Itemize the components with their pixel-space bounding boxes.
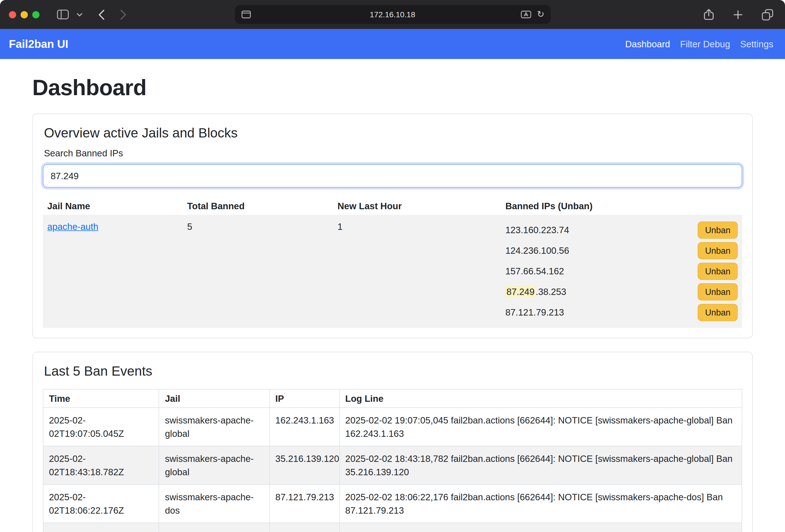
unban-button[interactable]: Unban (698, 242, 738, 259)
banned-ip: 157.66.54.162 (505, 266, 564, 277)
minimize-window-button[interactable] (21, 11, 28, 18)
banned-ip: 123.160.223.74 (505, 225, 569, 235)
ban-event-row: 2025-02-02T18:43:18.782Z swissmakers-apa… (43, 446, 742, 484)
unban-button[interactable]: Unban (698, 283, 738, 301)
new-last-hour-value: 1 (333, 215, 501, 328)
col-banned-ips: Banned IPs (Unban) (501, 198, 742, 215)
ban-events-table: Time Jail IP Log Line 2025-02-02T19:07:0… (43, 389, 742, 532)
event-ip: 162.243.1.163 (270, 408, 339, 446)
tabs-icon (762, 9, 773, 20)
nav-links: Dashboard Filter Debug Settings (620, 39, 776, 49)
event-jail: swissmakers-apache-global (159, 446, 270, 484)
event-ip: 35.216.139.120 (270, 446, 339, 484)
forward-button[interactable] (118, 7, 130, 22)
event-jail: apache-auth (159, 523, 270, 532)
share-button[interactable] (701, 6, 717, 23)
banned-ip-item: 124.236.100.56 Unban (505, 242, 738, 259)
banned-ip-rest: .38.253 (536, 286, 566, 297)
banned-ip-list: 123.160.223.74 Unban 124.236.100.56 Unba… (505, 222, 738, 321)
address-bar[interactable]: 172.16.10.18 ↻ (234, 5, 551, 24)
event-log-line: 2025-02-02 18:06:22,176 fail2ban.actions… (339, 484, 742, 523)
jails-table: Jail Name Total Banned New Last Hour Ban… (43, 198, 742, 328)
col-time: Time (43, 389, 159, 408)
event-time: 2025-02-02T18:06:21.366Z (43, 523, 159, 532)
banned-ip: 124.236.100.56 (505, 246, 569, 256)
nav-dashboard[interactable]: Dashboard (620, 39, 675, 49)
window-controls (9, 11, 40, 18)
event-time: 2025-02-02T18:43:18.782Z (43, 446, 159, 484)
forward-icon (120, 9, 127, 20)
ban-event-row: 2025-02-02T18:06:22.176Z swissmakers-apa… (43, 484, 742, 523)
col-ip: IP (270, 389, 339, 408)
toolbar-right (701, 6, 776, 23)
plus-icon (733, 10, 743, 19)
total-banned-value: 5 (183, 215, 333, 328)
reload-icon[interactable]: ↻ (537, 10, 545, 19)
unban-button[interactable]: Unban (698, 222, 738, 239)
safari-window: 172.16.10.18 ↻ (0, 0, 785, 532)
event-log-line: 2025-02-02 18:06:21,366 fail2ban.actions… (339, 523, 742, 532)
search-highlight: 87.249 (505, 286, 536, 297)
search-banned-ips-label: Search Banned IPs (44, 148, 742, 159)
event-jail: swissmakers-apache-global (159, 408, 270, 446)
event-ip: 87.121.79.213 (270, 523, 339, 532)
nav-filter-debug[interactable]: Filter Debug (675, 39, 735, 49)
search-banned-ips-input[interactable] (43, 164, 742, 187)
browser-chrome: 172.16.10.18 ↻ (0, 0, 785, 29)
chevron-down-icon (77, 12, 82, 17)
tab-overview-button[interactable] (759, 6, 776, 23)
banned-ip-item: 123.160.223.74 Unban (505, 222, 738, 239)
jails-table-header: Jail Name Total Banned New Last Hour Ban… (43, 198, 742, 215)
ban-event-row: 2025-02-02T19:07:05.045Z swissmakers-apa… (43, 408, 742, 446)
col-log-line: Log Line (339, 389, 742, 408)
event-ip: 87.121.79.213 (270, 484, 339, 523)
event-jail: swissmakers-apache-dos (159, 484, 270, 523)
col-new-last-hour: New Last Hour (333, 198, 501, 215)
col-total-banned: Total Banned (183, 198, 333, 215)
zoom-window-button[interactable] (32, 11, 40, 18)
col-jail: Jail (159, 389, 270, 408)
jail-link[interactable]: apache-auth (47, 222, 99, 231)
jail-row: apache-auth 5 1 123.160.223.74 Unban 124… (43, 215, 742, 328)
banned-ip-item: 87.121.79.213 Unban (505, 304, 738, 321)
overview-card: Overview active Jails and Blocks Search … (32, 113, 753, 338)
ban-event-row: 2025-02-02T18:06:21.366Z apache-auth 87.… (43, 523, 742, 532)
banned-ip: 87.121.79.213 (505, 307, 564, 318)
event-log-line: 2025-02-02 19:07:05,045 fail2ban.actions… (339, 408, 742, 446)
sidebar-menu-button[interactable] (74, 10, 85, 19)
translate-icon[interactable] (521, 10, 531, 18)
ban-events-header: Time Jail IP Log Line (43, 389, 742, 408)
unban-button[interactable]: Unban (698, 304, 738, 321)
new-tab-button[interactable] (731, 7, 745, 21)
page-title: Dashboard (32, 76, 753, 99)
sidebar-icon (57, 9, 69, 20)
toolbar-left (54, 7, 130, 22)
address-bar-actions: ↻ (521, 10, 545, 19)
overview-card-title: Overview active Jails and Blocks (43, 124, 742, 142)
app-brand[interactable]: Fail2ban UI (9, 37, 68, 50)
col-jail-name: Jail Name (43, 198, 183, 215)
event-time: 2025-02-02T18:06:22.176Z (43, 484, 159, 523)
share-icon (703, 8, 714, 21)
ban-events-card: Last 5 Ban Events Time Jail IP Log Line … (32, 352, 753, 532)
close-window-button[interactable] (9, 11, 16, 18)
back-icon (98, 9, 105, 20)
banned-ip-item: 157.66.54.162 Unban (505, 263, 738, 280)
banned-ip-item: 87.249.38.253 Unban (505, 283, 738, 301)
ban-events-card-title: Last 5 Ban Events (43, 362, 742, 380)
nav-settings[interactable]: Settings (735, 39, 776, 49)
sidebar-toggle-button[interactable] (54, 7, 72, 22)
event-log-line: 2025-02-02 18:43:18,782 fail2ban.actions… (339, 446, 742, 484)
page-content: Dashboard Overview active Jails and Bloc… (0, 59, 785, 532)
banned-ip: 87.249.38.253 (505, 286, 566, 297)
event-time: 2025-02-02T19:07:05.045Z (43, 408, 159, 446)
unban-button[interactable]: Unban (698, 263, 738, 280)
back-button[interactable] (95, 7, 107, 22)
url-text: 172.16.10.18 (234, 5, 551, 24)
app-navbar: Fail2ban UI Dashboard Filter Debug Setti… (0, 29, 785, 59)
